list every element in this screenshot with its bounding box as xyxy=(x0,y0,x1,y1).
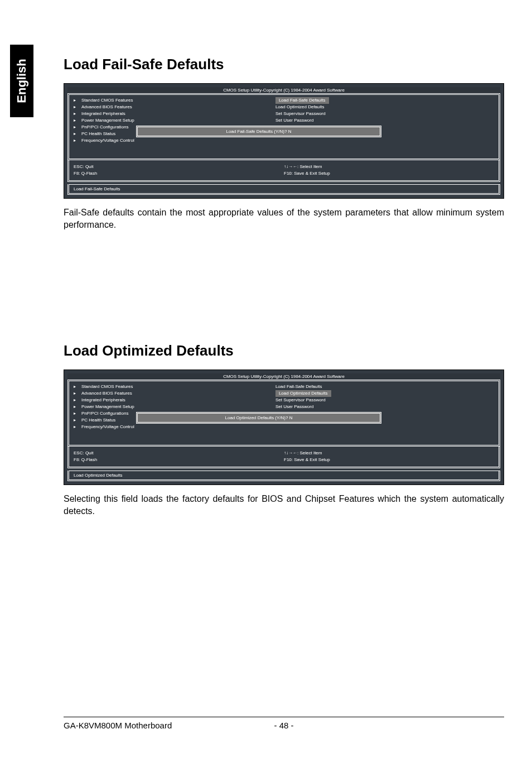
nav-item: ↑↓→←: Select Item xyxy=(284,450,494,457)
footer-page-number: - 48 - xyxy=(64,721,504,730)
language-label: English xyxy=(14,59,29,103)
page-footer: GA-K8VM800M Motherboard - 48 - xyxy=(64,717,504,730)
bios-main-1: ▸Standard CMOS Features ▸Advanced BIOS F… xyxy=(67,93,500,160)
arrow-icon: ▸ xyxy=(74,111,81,117)
arrow-icon: ▸ xyxy=(74,390,81,397)
nav-row: F8: Q-Flash F10: Save & Exit Setup xyxy=(74,170,494,177)
arrow-icon: ▸ xyxy=(74,410,81,417)
bios-footer-1: Load Fail-Safe Defaults xyxy=(67,184,500,195)
confirm-dialog-2: Load Optimized Defaults (Y/N)? N xyxy=(136,412,381,424)
bios-screen-2: CMOS Setup Utility-Copyright (C) 1984-20… xyxy=(64,370,504,485)
menu-item-highlighted: Load Optimized Defaults xyxy=(275,390,494,397)
bios-header-2: CMOS Setup Utility-Copyright (C) 1984-20… xyxy=(67,373,500,380)
arrow-icon: ▸ xyxy=(74,97,81,104)
nav-row: ESC: Quit ↑↓→←: Select Item xyxy=(74,450,494,457)
bios-nav-1: ESC: Quit ↑↓→←: Select Item F8: Q-Flash … xyxy=(67,160,500,182)
menu-item: Load Optimized Defaults xyxy=(275,104,494,111)
menu-item: Set Supervisor Password xyxy=(275,111,494,117)
section1-body: Fail-Safe defaults contain the most appr… xyxy=(64,207,504,231)
nav-item: F10: Save & Exit Setup xyxy=(284,457,494,463)
section2-body: Selecting this field loads the factory d… xyxy=(64,493,504,517)
section2: Load Optimized Defaults CMOS Setup Utili… xyxy=(64,342,504,517)
arrow-icon: ▸ xyxy=(74,104,81,111)
section2-heading: Load Optimized Defaults xyxy=(64,342,504,359)
menu-item: ▸Standard CMOS Features xyxy=(74,383,275,390)
menu-item: ▸Integrated Peripherals xyxy=(74,111,275,117)
arrow-icon: ▸ xyxy=(74,117,81,124)
menu-item: ▸Frequency/Voltage Control xyxy=(74,137,275,144)
arrows-icon: ↑↓→← xyxy=(284,164,297,169)
confirm-dialog-1: Load Fail-Safe Defaults (Y/N)? N xyxy=(136,126,381,137)
arrow-icon: ▸ xyxy=(74,124,81,131)
bios-nav-2: ESC: Quit ↑↓→←: Select Item F8: Q-Flash … xyxy=(67,447,500,468)
menu-item: ▸Advanced BIOS Features xyxy=(74,104,275,111)
nav-item: ESC: Quit xyxy=(74,164,284,170)
page-content: Load Fail-Safe Defaults CMOS Setup Utili… xyxy=(64,56,504,526)
bios-main-2: ▸Standard CMOS Features ▸Advanced BIOS F… xyxy=(67,380,500,447)
arrow-icon: ▸ xyxy=(74,424,81,430)
menu-item: Load Fail-Safe Defaults xyxy=(275,383,494,390)
menu-item: Set User Password xyxy=(275,117,494,124)
bios-footer-2: Load Optimized Defaults xyxy=(67,471,500,481)
menu-item: ▸Power Management Setup xyxy=(74,404,275,410)
bios-screen-1: CMOS Setup Utility-Copyright (C) 1984-20… xyxy=(64,83,504,199)
menu-item: ▸Integrated Peripherals xyxy=(74,397,275,404)
nav-item: F10: Save & Exit Setup xyxy=(284,170,494,177)
nav-item: F8: Q-Flash xyxy=(74,457,284,463)
arrow-icon: ▸ xyxy=(74,137,81,144)
nav-item: ↑↓→←: Select Item xyxy=(284,164,494,170)
menu-item: ▸Standard CMOS Features xyxy=(74,97,275,104)
arrow-icon: ▸ xyxy=(74,383,81,390)
menu-item: Set User Password xyxy=(275,404,494,410)
arrow-icon: ▸ xyxy=(74,417,81,424)
nav-item: ESC: Quit xyxy=(74,450,284,457)
arrows-icon: ↑↓→← xyxy=(284,450,297,455)
nav-row: ESC: Quit ↑↓→←: Select Item xyxy=(74,164,494,170)
arrow-icon: ▸ xyxy=(74,397,81,404)
bios-header-1: CMOS Setup Utility-Copyright (C) 1984-20… xyxy=(67,87,500,93)
arrow-icon: ▸ xyxy=(74,404,81,410)
arrow-icon: ▸ xyxy=(74,131,81,137)
nav-row: F8: Q-Flash F10: Save & Exit Setup xyxy=(74,457,494,463)
nav-item: F8: Q-Flash xyxy=(74,170,284,177)
menu-item: ▸Advanced BIOS Features xyxy=(74,390,275,397)
menu-item-highlighted: Load Fail-Safe Defaults xyxy=(275,97,494,104)
section1-heading: Load Fail-Safe Defaults xyxy=(64,56,504,73)
menu-item: ▸Power Management Setup xyxy=(74,117,275,124)
menu-item: ▸Frequency/Voltage Control xyxy=(74,424,275,430)
language-tab: English xyxy=(10,45,33,117)
menu-item: Set Supervisor Password xyxy=(275,397,494,404)
